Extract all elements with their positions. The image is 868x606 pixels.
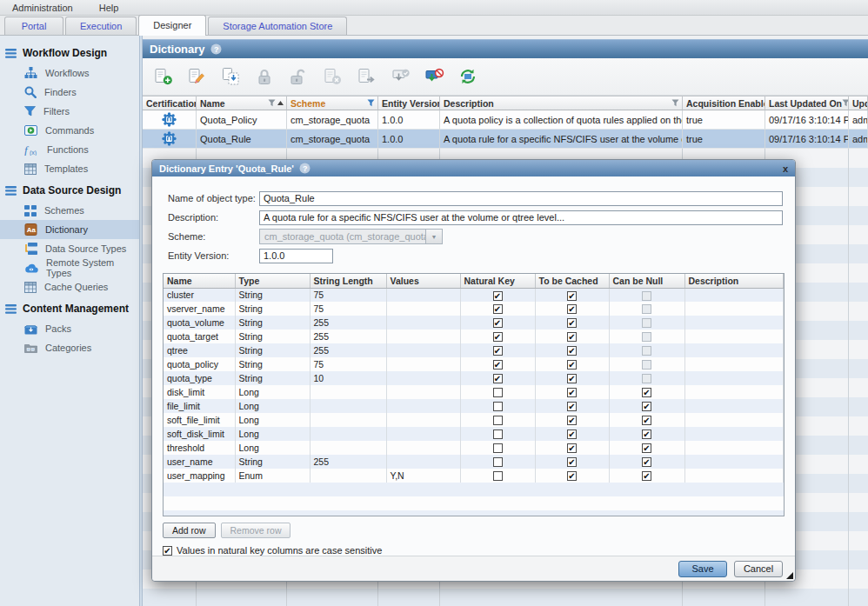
checkbox-checked[interactable]: ✔ bbox=[642, 430, 651, 439]
column-header-updated-by[interactable]: Updated By bbox=[849, 96, 868, 110]
grid-column-name[interactable]: Name bbox=[164, 274, 235, 288]
toolbar-unlock-icon[interactable] bbox=[287, 67, 310, 86]
help-icon[interactable]: ? bbox=[299, 163, 310, 174]
attr-length[interactable]: 255 bbox=[310, 330, 386, 343]
attr-length[interactable] bbox=[310, 385, 386, 399]
tab-execution[interactable]: Execution bbox=[65, 17, 137, 36]
checkbox-checked[interactable]: ✔ bbox=[567, 374, 577, 383]
attr-values[interactable] bbox=[386, 441, 460, 455]
attr-description[interactable] bbox=[684, 399, 784, 413]
attr-type[interactable]: String bbox=[235, 288, 310, 302]
attr-type[interactable]: Enum bbox=[235, 469, 310, 483]
sidebar-item-categories[interactable]: Categories bbox=[0, 338, 139, 357]
attr-name[interactable]: threshold bbox=[164, 441, 235, 455]
column-header-scheme[interactable]: Scheme bbox=[287, 96, 378, 110]
sidebar-item-dictionary[interactable]: AaDictionary bbox=[0, 220, 139, 239]
attr-name[interactable]: disk_limit bbox=[164, 385, 235, 399]
attr-description[interactable] bbox=[684, 330, 784, 343]
sidebar-item-data-source-types[interactable]: Data Source Types bbox=[0, 239, 139, 258]
checkbox-checked[interactable]: ✔ bbox=[493, 318, 503, 328]
sidebar-item-filters[interactable]: Filters bbox=[0, 102, 139, 121]
grid-row[interactable]: clusterString75✔✔ bbox=[164, 288, 784, 302]
attr-length[interactable]: 75 bbox=[310, 302, 386, 316]
menu-item-administration[interactable]: Administration bbox=[12, 3, 73, 13]
dialog-title-bar[interactable]: Dictionary Entry 'Quota_Rule' ? x bbox=[152, 160, 795, 176]
sidebar-item-workflows[interactable]: Workflows bbox=[0, 63, 139, 83]
attr-description[interactable] bbox=[684, 302, 784, 316]
attr-name[interactable]: user_mapping bbox=[164, 469, 235, 483]
checkbox-checked[interactable]: ✔ bbox=[642, 388, 651, 397]
checkbox-checked[interactable]: ✔ bbox=[567, 457, 577, 467]
toolbar-refresh-icon[interactable] bbox=[457, 67, 479, 86]
checkbox-checked[interactable]: ✔ bbox=[567, 416, 577, 425]
checkbox-checked[interactable]: ✔ bbox=[567, 291, 577, 301]
grid-row[interactable]: quota_volumeString255✔✔ bbox=[164, 316, 784, 330]
checkbox-unchecked[interactable] bbox=[493, 416, 503, 425]
filter-icon-active[interactable] bbox=[367, 99, 375, 107]
grid-column-natural-key[interactable]: Natural Key bbox=[460, 274, 535, 288]
attr-description[interactable] bbox=[684, 343, 784, 357]
attr-values[interactable] bbox=[386, 288, 460, 302]
checkbox-checked[interactable]: ✔ bbox=[567, 471, 577, 481]
attr-type[interactable]: String bbox=[235, 302, 310, 316]
attr-name[interactable]: quota_target bbox=[164, 330, 235, 343]
attr-name[interactable]: cluster bbox=[164, 288, 235, 302]
filter-icon[interactable] bbox=[842, 99, 849, 107]
toolbar-export-icon[interactable] bbox=[355, 67, 377, 86]
checkbox-checked[interactable]: ✔ bbox=[493, 360, 503, 370]
grid-row[interactable]: disk_limitLong✔✔ bbox=[164, 385, 784, 399]
grid-row[interactable]: file_limitLong✔✔ bbox=[164, 399, 784, 413]
attr-values[interactable] bbox=[386, 302, 460, 316]
attr-length[interactable] bbox=[310, 413, 386, 427]
attr-length[interactable]: 255 bbox=[310, 455, 386, 469]
checkbox-unchecked[interactable] bbox=[493, 402, 503, 411]
toolbar-edit-icon[interactable] bbox=[185, 67, 208, 86]
attr-length[interactable]: 10 bbox=[310, 371, 386, 385]
attr-type[interactable]: Long bbox=[235, 427, 310, 441]
attr-length[interactable]: 255 bbox=[310, 316, 386, 330]
cancel-button[interactable]: Cancel bbox=[734, 561, 783, 577]
grid-column-string-length[interactable]: String Length bbox=[310, 274, 386, 288]
attr-name[interactable]: file_limit bbox=[164, 399, 235, 413]
checkbox-unchecked[interactable] bbox=[493, 443, 503, 453]
attr-type[interactable]: String bbox=[235, 455, 310, 469]
attr-length[interactable]: 75 bbox=[310, 288, 386, 302]
attr-values[interactable] bbox=[386, 455, 460, 469]
checkbox-checked[interactable]: ✔ bbox=[642, 471, 651, 481]
scheme-select[interactable]: cm_storage_quota (cm_storage_quota) bbox=[259, 229, 426, 244]
grid-column-can-be-null[interactable]: Can be Null bbox=[609, 274, 684, 288]
tab-portal[interactable]: Portal bbox=[4, 17, 63, 36]
checkbox-checked[interactable]: ✔ bbox=[642, 443, 651, 453]
attr-values[interactable]: Y,N bbox=[386, 469, 460, 483]
name-of-object-type-input[interactable] bbox=[259, 191, 783, 206]
grid-column-description[interactable]: Description bbox=[684, 274, 784, 288]
attr-description[interactable] bbox=[684, 441, 784, 455]
attr-description[interactable] bbox=[684, 455, 784, 469]
checkbox-checked[interactable]: ✔ bbox=[567, 346, 577, 356]
entity-version-input[interactable] bbox=[259, 249, 333, 263]
case-sensitive-checkbox[interactable]: ✔ bbox=[163, 546, 172, 556]
attr-name[interactable]: quota_volume bbox=[164, 316, 235, 330]
attr-length[interactable]: 255 bbox=[310, 343, 386, 357]
toolbar-delete-icon[interactable] bbox=[321, 67, 344, 86]
attr-name[interactable]: vserver_name bbox=[164, 302, 235, 316]
attr-type[interactable]: String bbox=[235, 371, 310, 385]
sidebar-item-schemes[interactable]: Schemes bbox=[0, 201, 139, 220]
attr-name[interactable]: user_name bbox=[164, 455, 235, 469]
attr-name[interactable]: qtree bbox=[164, 343, 235, 357]
sidebar-item-commands[interactable]: Commands bbox=[0, 121, 139, 140]
attr-values[interactable] bbox=[386, 343, 460, 357]
resize-grip-icon[interactable] bbox=[786, 572, 793, 579]
table-row[interactable]: Quota_Rulecm_storage_quota1.0.0A quota r… bbox=[143, 130, 868, 149]
attr-description[interactable] bbox=[684, 288, 784, 302]
grid-row[interactable]: user_nameString255✔✔ bbox=[164, 455, 784, 469]
grid-row[interactable]: soft_disk_limitLong✔✔ bbox=[164, 427, 784, 441]
attr-description[interactable] bbox=[684, 371, 784, 385]
filter-icon[interactable] bbox=[671, 99, 679, 107]
column-header-entity-version[interactable]: Entity Version bbox=[378, 96, 440, 110]
checkbox-checked[interactable]: ✔ bbox=[642, 457, 651, 467]
filter-icon[interactable] bbox=[268, 99, 276, 107]
chevron-down-icon[interactable]: ▼ bbox=[426, 229, 443, 244]
attr-description[interactable] bbox=[684, 316, 784, 330]
attr-description[interactable] bbox=[684, 357, 784, 371]
